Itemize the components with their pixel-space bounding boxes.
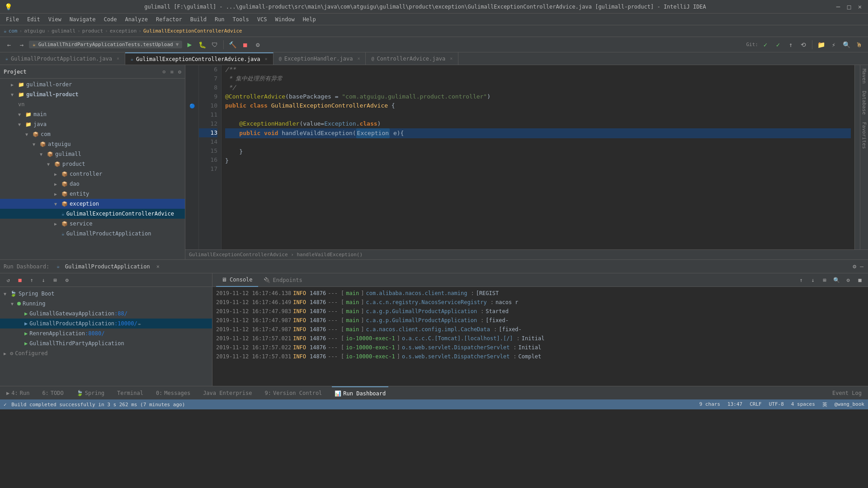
renren-link[interactable]: :8080/ (85, 330, 104, 337)
menu-item-analyze[interactable]: Analyze (121, 15, 151, 23)
sidebar-item-exception-class[interactable]: ☕ GulimallExceptionControllerAdvice (0, 209, 185, 219)
menu-item-refactor[interactable]: Refactor (152, 15, 186, 23)
right-panel-database[interactable]: Database (860, 87, 868, 118)
tab-exception-handler[interactable]: @ ExceptionHandler.java × (274, 52, 366, 65)
menu-item-code[interactable]: Code (100, 15, 121, 23)
sidebar-item-entity[interactable]: ▶ 📦 entity (0, 189, 185, 199)
sidebar-settings-icon[interactable]: ⚙ (178, 69, 181, 75)
vcs-history[interactable]: ⟲ (798, 39, 809, 50)
toolbar-nav-forward[interactable]: → (16, 39, 27, 50)
breadcrumb-item-gulimall[interactable]: gulimall (52, 28, 75, 34)
sidebar-item-app-class[interactable]: ☕ GulimallProductApplication (0, 229, 185, 239)
console-btn-1[interactable]: ↑ (797, 276, 806, 285)
menu-item-run[interactable]: Run (211, 15, 228, 23)
product-edit-icon[interactable]: ✏ (138, 321, 141, 326)
console-btn-6[interactable]: ■ (855, 276, 864, 285)
menu-item-navigate[interactable]: Navigate (66, 15, 99, 23)
menu-item-window[interactable]: Window (271, 15, 298, 23)
breadcrumb-item-class[interactable]: GulimallExceptionControllerAdvice (143, 28, 242, 34)
debug-button[interactable]: 🐛 (197, 39, 208, 50)
sidebar-item-gulimall[interactable]: ▼ 📦 gulimall (0, 149, 185, 159)
tab-gulimall-product-app[interactable]: ☕ GulimallProductApplication.java × (0, 52, 125, 65)
sidebar-item-exception[interactable]: ▼ 📦 exception (0, 199, 185, 209)
run-config-selector[interactable]: ☕ GulimallThirdPartyApplicationTests.tes… (29, 41, 182, 48)
run-panel-settings-icon[interactable]: ⚙ (852, 262, 857, 271)
stop-button[interactable]: ■ (240, 39, 250, 50)
coverage-button[interactable]: 🛡 (209, 39, 220, 50)
sidebar-item-service[interactable]: ▶ 📦 service (0, 219, 185, 229)
breadcrumb-item-atguigu[interactable]: atguigu (24, 28, 45, 34)
close-button[interactable]: × (856, 3, 863, 10)
run-btn-rerun[interactable]: ↺ (4, 276, 13, 285)
cursor-icon[interactable]: 🖱 (854, 39, 864, 50)
run-btn-down[interactable]: ↓ (39, 276, 48, 285)
editor-scrollbar[interactable] (854, 65, 860, 249)
run-btn-filter[interactable]: ⚙ (62, 276, 71, 285)
run-btn-up[interactable]: ↑ (27, 276, 36, 285)
maximize-button[interactable]: □ (845, 3, 853, 10)
bottom-tab-event-log[interactable]: Event Log (830, 386, 864, 400)
run-tree-renren[interactable]: ▶ RenrenApplication :8080/ (0, 328, 212, 338)
code-area[interactable]: /** * 集中处理所有异常 */ @ControllerAdvice(base… (222, 65, 854, 249)
quick-actions[interactable]: ⚡ (828, 39, 839, 50)
menu-item-file[interactable]: File (2, 15, 23, 23)
breadcrumb-item-product[interactable]: product (82, 28, 103, 34)
search-everywhere[interactable]: 🔍 (841, 39, 852, 50)
run-tree-gateway[interactable]: ▶ GulimallGatewayApplication :88/ (0, 309, 212, 319)
gateway-link[interactable]: :88/ (114, 310, 127, 317)
build-button[interactable]: 🔨 (227, 39, 238, 50)
tab-close-3[interactable]: × (357, 56, 360, 61)
sidebar-item-atguigu[interactable]: ▼ 📦 atguigu (0, 139, 185, 149)
bottom-tab-vcs[interactable]: 9: Version Control (262, 386, 325, 400)
product-link[interactable]: :10000/ (114, 320, 137, 327)
sidebar-item-com[interactable]: ▼ 📦 com (0, 129, 185, 139)
bottom-tab-messages[interactable]: 0: Messages (153, 386, 193, 400)
run-tree-springboot[interactable]: ▼ 🍃 Spring Boot (0, 289, 212, 299)
breadcrumb-item-exception[interactable]: exception (110, 28, 137, 34)
sidebar-item-product-pkg[interactable]: ▼ 📦 product (0, 159, 185, 169)
run-tree-thirdparty[interactable]: ▶ GulimallThirdPartyApplication (0, 338, 212, 348)
bottom-tab-run[interactable]: ▶ 4: Run (4, 386, 32, 400)
tab-gulimall-exception[interactable]: ☕ GulimallExceptionControllerAdvice.java… (125, 52, 274, 65)
vcs-update[interactable]: ↑ (785, 39, 796, 50)
breadcrumb-item-com[interactable]: com (9, 28, 18, 34)
sidebar-item-main[interactable]: ▼ 📁 main (0, 109, 185, 119)
tab-close-4[interactable]: × (450, 56, 453, 61)
sidebar-item-controller[interactable]: ▶ 📦 controller (0, 169, 185, 179)
console-btn-4[interactable]: 🔍 (832, 276, 841, 285)
console-btn-2[interactable]: ↓ (808, 276, 817, 285)
menu-item-tools[interactable]: Tools (229, 15, 253, 23)
tab-controller-advice[interactable]: @ ControllerAdvice.java × (366, 52, 458, 65)
tab-close-1[interactable]: × (117, 56, 119, 61)
menu-item-edit[interactable]: Edit (24, 15, 44, 23)
menu-item-vcs[interactable]: VCS (254, 15, 271, 23)
tab-console[interactable]: 🖥 Console (216, 273, 258, 287)
toolbar-nav-back[interactable]: ← (4, 39, 14, 50)
menu-item-view[interactable]: View (45, 15, 65, 23)
sidebar-item-order[interactable]: ▶ 📁 gulimall-order (0, 80, 185, 89)
tab-endpoints[interactable]: 🔌 Endpoints (258, 273, 308, 287)
sidebar-item-dao[interactable]: ▶ 📦 dao (0, 179, 185, 189)
run-btn-layout[interactable]: ⊞ (51, 276, 60, 285)
run-panel-minimize-icon[interactable]: – (859, 262, 864, 271)
run-button[interactable]: ▶ (184, 39, 195, 50)
right-panel-favorites[interactable]: Favorites (860, 118, 868, 153)
bottom-tab-todo[interactable]: 6: TODO (39, 386, 66, 400)
sidebar-scope-icon[interactable]: ⊙ (162, 69, 165, 75)
sidebar-item-product[interactable]: ▼ 📁 gulimall-product (0, 89, 185, 99)
run-tree-configured[interactable]: ▶ ⚙ Configured (0, 348, 212, 358)
minimize-button[interactable]: ─ (835, 3, 842, 10)
git-checkmark2[interactable]: ✓ (773, 39, 783, 50)
bottom-tab-terminal[interactable]: Terminal (114, 386, 146, 400)
run-tree-running[interactable]: ▼ Running (0, 299, 212, 309)
console-btn-5[interactable]: ⚙ (844, 276, 853, 285)
run-tree-product[interactable]: ▶ GulimallProductApplication :10000/ ✏ (0, 319, 212, 328)
menu-item-build[interactable]: Build (187, 15, 210, 23)
right-panel-maven[interactable]: Maven (860, 65, 868, 87)
settings-button[interactable]: ⚙ (252, 39, 263, 50)
sidebar-item-vn[interactable]: vn (0, 99, 185, 109)
git-checkmark1[interactable]: ✓ (760, 39, 771, 50)
bottom-tab-spring[interactable]: 🍃 Spring (74, 386, 107, 400)
project-structure[interactable]: 📁 (816, 39, 826, 50)
bottom-tab-run-dashboard[interactable]: 📊 Run Dashboard (332, 386, 388, 400)
